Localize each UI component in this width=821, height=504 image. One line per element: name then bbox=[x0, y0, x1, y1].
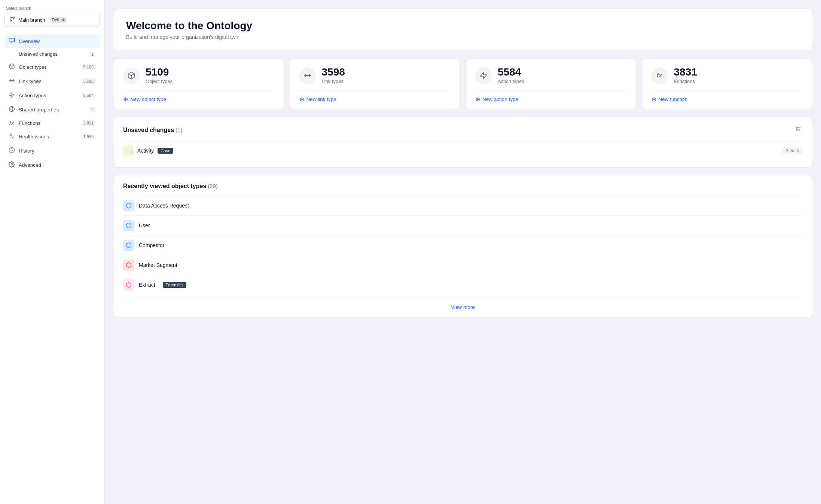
stat-info-action-types: 5584 Action types bbox=[498, 67, 524, 84]
sidebar-item-history[interactable]: History bbox=[4, 144, 100, 157]
sidebar-item-history-label: History bbox=[19, 148, 96, 154]
plus-icon-functions: ⊕ bbox=[651, 96, 656, 103]
unsaved-changes-header: Unsaved changes (1) bbox=[123, 125, 803, 135]
plus-icon-action-types: ⊕ bbox=[475, 96, 480, 103]
sidebar-item-link-types-label: Link types bbox=[19, 79, 77, 84]
stat-info-object-types: 5109 Object types bbox=[146, 67, 173, 84]
arrows-icon bbox=[8, 77, 15, 85]
branch-git-icon bbox=[9, 16, 15, 24]
svg-point-9 bbox=[11, 163, 12, 165]
branch-label: Select branch bbox=[4, 6, 100, 10]
recent-item-name-user: User bbox=[139, 222, 150, 228]
recent-item-name-competitor: Competitor bbox=[139, 242, 164, 248]
sidebar-item-functions-count: 3,831 bbox=[80, 120, 96, 126]
sidebar-item-object-types-count: 5,109 bbox=[80, 64, 96, 70]
view-more-link[interactable]: View more bbox=[451, 304, 475, 310]
forensics-badge: Forensics bbox=[163, 282, 187, 288]
recent-item-market-segment[interactable]: Market Segment bbox=[123, 255, 803, 275]
recent-item-name-data-access-request: Data Access Request bbox=[139, 203, 189, 209]
globe-icon bbox=[8, 106, 15, 113]
sidebar-item-functions[interactable]: fx Functions 3,831 bbox=[4, 117, 100, 129]
stat-card-object-types: 5109 Object types ⊕ New object type bbox=[114, 58, 284, 109]
plus-icon-link-types: ⊕ bbox=[299, 96, 304, 103]
sidebar: Select branch Main branch Default bbox=[0, 0, 105, 504]
svg-rect-3 bbox=[9, 38, 14, 42]
sidebar-item-advanced[interactable]: Advanced bbox=[4, 158, 100, 172]
sidebar-item-health-issues-label: Health issues bbox=[19, 134, 77, 139]
stat-card-link-types: 3598 Link types ⊕ New link type bbox=[290, 58, 460, 109]
change-item-left: ✉️ Activity Case bbox=[123, 145, 173, 156]
main-content: Welcome to the Ontology Build and manage… bbox=[105, 0, 821, 504]
plus-icon-object-types: ⊕ bbox=[123, 96, 128, 103]
new-function-label: New function bbox=[659, 96, 688, 102]
recent-icon-extract bbox=[123, 279, 134, 291]
recently-viewed-count: (29) bbox=[208, 183, 218, 189]
sidebar-item-health-issues[interactable]: Health issues 1,945 bbox=[4, 130, 100, 143]
stat-icon-object-types bbox=[123, 67, 140, 84]
sidebar-item-shared-properties-count: 4 bbox=[89, 107, 96, 112]
stat-number-object-types: 5109 bbox=[146, 67, 173, 77]
sidebar-item-object-types-label: Object types bbox=[19, 64, 77, 70]
header-card: Welcome to the Ontology Build and manage… bbox=[114, 9, 812, 51]
recent-item-name-market-segment: Market Segment bbox=[139, 262, 177, 268]
sidebar-item-unsaved-changes[interactable]: Unsaved changes 1 bbox=[4, 49, 100, 59]
fx-icon: fx bbox=[8, 120, 15, 126]
page-title: Welcome to the Ontology bbox=[126, 20, 800, 32]
activity-icon: ✉️ bbox=[123, 145, 134, 156]
unsaved-changes-count-text: (1) bbox=[176, 127, 182, 133]
stat-top-action-types: 5584 Action types bbox=[475, 67, 627, 84]
stat-info-functions: 3831 Functions bbox=[674, 67, 697, 84]
unsaved-changes-title: Unsaved changes (1) bbox=[123, 127, 182, 133]
sidebar-item-overview[interactable]: Overview bbox=[4, 34, 100, 48]
change-item-name: Activity bbox=[137, 148, 154, 154]
branch-selector[interactable]: Main branch Default bbox=[4, 13, 100, 27]
sidebar-item-shared-properties[interactable]: Shared properties 4 bbox=[4, 103, 100, 116]
new-link-type-button[interactable]: ⊕ New link type bbox=[299, 96, 451, 103]
new-action-type-button[interactable]: ⊕ New action type bbox=[475, 96, 627, 103]
recent-icon-market-segment bbox=[123, 259, 134, 271]
change-item-activity[interactable]: ✉️ Activity Case 2 edits bbox=[123, 141, 803, 160]
sidebar-item-action-types-count: 5,584 bbox=[80, 93, 96, 98]
delete-unsaved-changes-button[interactable] bbox=[794, 125, 803, 135]
stat-top-functions: fx 3831 Functions bbox=[651, 67, 803, 84]
new-object-type-button[interactable]: ⊕ New object type bbox=[123, 96, 275, 103]
recent-item-user[interactable]: User bbox=[123, 215, 803, 235]
stat-top-link-types: 3598 Link types bbox=[299, 67, 451, 84]
new-function-button[interactable]: ⊕ New function bbox=[651, 96, 803, 103]
pulse-icon bbox=[8, 133, 15, 140]
recent-item-data-access-request[interactable]: Data Access Request bbox=[123, 196, 803, 215]
stat-label-functions: Functions bbox=[674, 79, 697, 84]
unsaved-changes-card: Unsaved changes (1) ✉️ Activity Case 2 e… bbox=[114, 117, 812, 168]
recently-viewed-title: Recently viewed object types bbox=[123, 183, 206, 189]
monitor-icon bbox=[8, 37, 15, 45]
sidebar-item-object-types[interactable]: Object types 5,109 bbox=[4, 60, 100, 74]
stat-icon-link-types bbox=[299, 67, 316, 84]
change-item-tag: Case bbox=[158, 148, 173, 154]
branch-default-badge: Default bbox=[50, 17, 67, 23]
stat-number-link-types: 3598 bbox=[322, 67, 345, 77]
sidebar-item-link-types[interactable]: Link types 3,598 bbox=[4, 74, 100, 88]
nav-section: Overview Unsaved changes 1 Object types … bbox=[4, 34, 100, 172]
gear-icon bbox=[8, 161, 15, 169]
stat-label-link-types: Link types bbox=[322, 79, 345, 84]
sidebar-item-action-types[interactable]: Action types 5,584 bbox=[4, 89, 100, 102]
stat-info-link-types: 3598 Link types bbox=[322, 67, 345, 84]
branch-name: Main branch bbox=[18, 17, 45, 23]
recent-item-competitor[interactable]: Competitor bbox=[123, 235, 803, 255]
new-object-type-label: New object type bbox=[130, 96, 166, 102]
branch-section: Select branch Main branch Default bbox=[4, 6, 100, 27]
page-subtitle: Build and manage your organization's dig… bbox=[126, 34, 800, 40]
unsaved-changes-title-text: Unsaved changes bbox=[123, 127, 174, 133]
view-more-row: View more bbox=[123, 298, 803, 310]
stat-icon-action-types bbox=[475, 67, 492, 84]
recent-item-extract[interactable]: Extract Forensics bbox=[123, 275, 803, 295]
unsaved-changes-count: 1 bbox=[89, 52, 96, 57]
fx-stat-icon: fx bbox=[657, 72, 662, 79]
stats-grid: 5109 Object types ⊕ New object type bbox=[114, 58, 812, 109]
sidebar-item-action-types-label: Action types bbox=[19, 93, 77, 98]
sidebar-item-shared-properties-label: Shared properties bbox=[19, 107, 85, 113]
stat-card-functions: fx 3831 Functions ⊕ New function bbox=[642, 58, 812, 109]
recently-viewed-card: Recently viewed object types (29) Data A… bbox=[114, 175, 812, 318]
new-action-type-label: New action type bbox=[482, 96, 518, 102]
sidebar-item-link-types-count: 3,598 bbox=[80, 79, 96, 84]
